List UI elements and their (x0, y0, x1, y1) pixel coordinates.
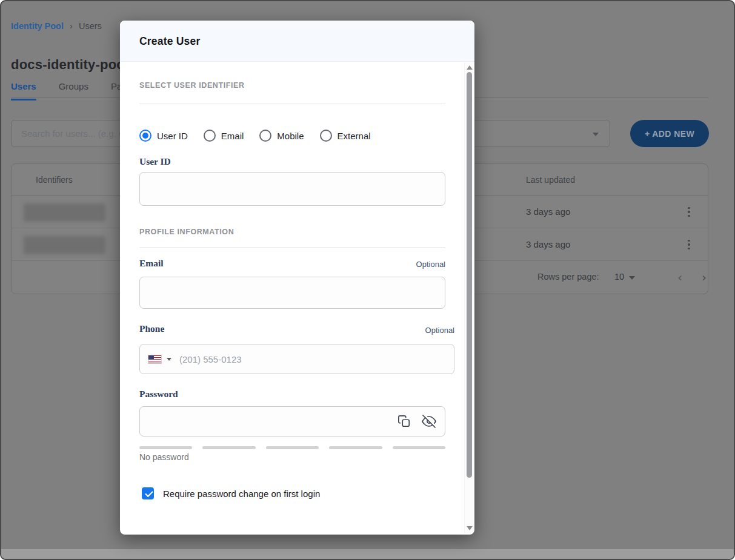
modal-title: Create User (139, 35, 200, 48)
previous-page-icon[interactable]: ‹ (672, 269, 688, 285)
modal-header: Create User (120, 21, 474, 62)
strength-segment (202, 446, 255, 449)
country-select-caret-icon[interactable] (167, 358, 171, 361)
strength-segment (266, 446, 319, 449)
page-title: docs-identity-poo (11, 57, 125, 73)
strength-segment (393, 446, 445, 449)
radio-option-email[interactable]: Email (204, 130, 244, 142)
row-actions-kebab-icon[interactable] (681, 237, 697, 252)
strength-segment (139, 446, 192, 449)
scroll-up-icon[interactable] (467, 65, 473, 70)
phone-label: Phone (139, 323, 164, 334)
section-divider (139, 104, 445, 104)
scrollbar-thumb[interactable] (467, 72, 472, 478)
strength-segment (329, 446, 382, 449)
radio-option-mobile[interactable]: Mobile (259, 130, 304, 142)
password-input-group (139, 406, 445, 436)
us-flag-icon[interactable] (148, 355, 161, 363)
radio-option-user-id[interactable]: User ID (139, 130, 188, 142)
email-input[interactable] (139, 277, 445, 309)
breadcrumb-identity-pool-link[interactable]: Identity Pool (11, 21, 64, 31)
email-optional-badge: Optional (416, 260, 445, 269)
section-divider (139, 247, 445, 248)
breadcrumb-current: Users (79, 21, 102, 31)
add-new-button[interactable]: + ADD NEW (630, 120, 709, 147)
window-bottom-edge (1, 549, 734, 559)
email-label: Email (139, 258, 164, 269)
select-user-identifier-heading: SELECT USER IDENTIFIER (139, 81, 245, 90)
identifier-radio-group: User ID Email Mobile External (139, 130, 371, 142)
password-input[interactable] (148, 417, 397, 427)
rows-per-page-label: Rows per page: (537, 272, 599, 282)
next-page-icon[interactable]: › (696, 269, 712, 285)
phone-optional-badge: Optional (425, 326, 454, 335)
row-actions-kebab-icon[interactable] (681, 204, 697, 220)
redacted-identifier (24, 203, 105, 222)
password-strength-label: No password (139, 452, 189, 462)
app-window: Identity Pool › Users docs-identity-poo … (0, 0, 735, 560)
radio-icon[interactable] (139, 130, 151, 142)
checkbox-label: Require password change on first login (163, 489, 320, 499)
column-header-last-updated: Last updated (526, 175, 575, 185)
profile-information-heading: PROFILE INFORMATION (139, 228, 234, 236)
radio-option-external[interactable]: External (320, 130, 371, 142)
redacted-identifier (24, 236, 105, 254)
password-strength-meter (139, 446, 445, 449)
radio-icon[interactable] (320, 130, 332, 142)
scroll-down-icon[interactable] (467, 526, 473, 530)
copy-password-icon[interactable] (397, 414, 411, 429)
modal-scrollbar[interactable] (464, 62, 473, 533)
last-updated-cell: 3 days ago (526, 239, 570, 249)
column-header-identifiers: Identifiers (36, 175, 73, 185)
radio-icon[interactable] (204, 130, 216, 142)
require-password-change-row[interactable]: Require password change on first login (142, 487, 320, 499)
toggle-password-visibility-icon[interactable] (422, 414, 436, 429)
rows-per-page-caret-icon[interactable] (629, 276, 635, 280)
last-updated-cell: 3 days ago (526, 206, 570, 217)
radio-icon[interactable] (259, 130, 271, 142)
phone-input[interactable] (179, 354, 445, 364)
breadcrumb-separator: › (70, 21, 73, 31)
chevron-down-icon (593, 133, 599, 136)
create-user-modal: Create User SELECT USER IDENTIFIER User … (120, 21, 474, 535)
phone-input-group (139, 344, 454, 374)
user-id-input[interactable] (139, 172, 445, 206)
breadcrumb: Identity Pool › Users (11, 21, 102, 31)
checkbox-icon[interactable] (142, 487, 154, 499)
rows-per-page-value[interactable]: 10 (614, 272, 624, 282)
password-label: Password (139, 389, 178, 400)
user-id-label: User ID (139, 156, 171, 167)
